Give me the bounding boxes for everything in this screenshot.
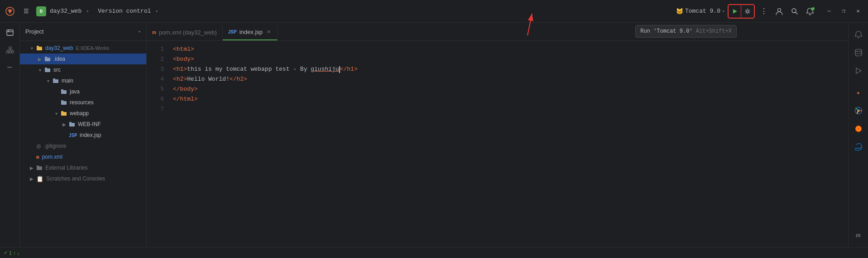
m-icon[interactable]: m [850,227,867,243]
tree-item-webinf[interactable]: ▶ WEB-INF [20,119,146,130]
window-controls: ─ ❐ ✕ [823,5,864,18]
svg-rect-13 [12,51,14,53]
panel-header: Project ▾ [20,23,146,41]
tomcat-config[interactable]: 🐱 Tomcat 9.0 ▾ [676,8,725,15]
tree-arrow-icon: ▾ [28,46,35,51]
tree-label: .idea [53,56,65,62]
tree-label: webapp [70,110,89,117]
code-line-2: <body> [173,54,848,64]
tree-item-external-libs[interactable]: ▶ External Libraries [20,162,146,173]
tab-indexjsp[interactable]: JSP index.jsp ✕ [223,24,278,40]
profile-button[interactable] [773,5,786,18]
notifications-button[interactable] [804,5,816,18]
hamburger-button[interactable]: ☰ [20,5,33,18]
title-bar-left: ☰ D day32_web ▾ Version control ▾ [4,5,676,18]
svg-rect-32 [61,111,63,112]
run-settings-button[interactable] [741,5,754,18]
tomcat-config-icon: 🐱 [676,8,683,15]
svg-point-37 [855,49,862,52]
svg-rect-10 [9,47,11,49]
close-button[interactable]: ✕ [852,5,864,18]
tree-item-gitignore[interactable]: ⊘ .gitignore [20,141,146,151]
jetbrains-icon[interactable]: ✦ [850,84,867,101]
run-button[interactable] [729,5,741,18]
tree-item-resources[interactable]: resources [20,97,146,108]
tree-path: E:\IDEA-Works [76,45,109,51]
project-panel: Project ▾ ▾ day32_web E:\IDEA-Works ▶ .i… [20,23,147,247]
right-sidebar: ✦ [848,23,868,247]
sidebar-item-structure[interactable] [2,42,18,58]
project-chevron-icon[interactable]: ▾ [86,9,89,14]
panel-title: Project [25,28,138,35]
sidebar-item-project[interactable] [2,24,18,41]
svg-rect-9 [7,30,13,35]
vc-status[interactable]: ✓ 1 ↑ ↓ [4,250,19,256]
left-sidebar: ⋯ [0,23,20,247]
app-logo [4,5,16,18]
project-badge: D [36,6,46,16]
maximize-button[interactable]: ❐ [837,5,850,18]
tree-item-pomxml[interactable]: m pom.xml [20,151,146,162]
code-content[interactable]: <html> <body> <h1>this is my tomcat weba… [169,41,848,247]
svg-rect-25 [53,79,58,83]
svg-point-43 [858,128,859,130]
tab-close-button[interactable]: ✕ [265,29,272,35]
sidebar-item-more[interactable]: ⋯ [2,59,18,75]
tree-item-day32web[interactable]: ▾ day32_web E:\IDEA-Works [20,43,146,54]
svg-point-5 [792,9,796,13]
svg-rect-35 [37,166,42,170]
edge-icon[interactable] [850,139,867,155]
svg-rect-34 [69,122,72,123]
tomcat-config-name: Tomcat 9.0 [685,8,720,15]
right-sidebar-database[interactable] [850,44,867,61]
tab-pomxml[interactable]: m pom.xml (day32_web) [147,24,223,40]
tree-label: WEB-INF [78,121,101,127]
panel-title-chevron-icon[interactable]: ▾ [138,29,141,34]
svg-rect-26 [53,78,55,80]
svg-line-6 [796,12,798,15]
tree-label: day32_web [45,45,73,51]
svg-rect-12 [9,51,11,53]
tab-label: index.jsp [240,29,263,35]
svg-marker-2 [733,9,737,14]
firefox-icon[interactable] [850,121,867,137]
right-sidebar-run[interactable] [850,63,867,79]
tree-item-main[interactable]: ▾ main [20,75,146,86]
tree-item-src[interactable]: ▾ src [20,64,146,75]
vc-up-icon: ↑ [13,250,16,256]
tree-arrow-icon: ▾ [36,68,43,73]
svg-rect-23 [45,68,50,72]
svg-point-3 [747,10,749,12]
vc-chevron-icon[interactable]: ▾ [155,9,158,14]
svg-rect-36 [37,166,39,167]
tree-label: .gitignore [44,143,66,149]
tree-label: index.jsp [80,132,101,138]
svg-rect-19 [37,47,42,50]
code-line-7 [173,104,848,114]
tree-arrow-icon: ▾ [44,78,52,83]
code-line-3: <h1>this is my tomcat webapp test - By g… [173,64,848,74]
svg-rect-22 [45,57,47,58]
svg-rect-28 [61,89,63,91]
svg-rect-11 [6,51,9,53]
search-button[interactable] [788,5,801,18]
tree-label: pom.xml [42,154,62,160]
run-settings-group [728,4,755,19]
tree-item-indexjsp[interactable]: JSP index.jsp [20,130,146,141]
chrome-icon[interactable] [850,102,867,119]
tree-label: resources [70,99,94,106]
tree-item-scratches[interactable]: ▶ 📋 Scratches and Consoles [20,173,146,184]
right-sidebar-notifications[interactable] [850,26,867,43]
code-line-1: <html> [173,44,848,54]
tree-item-java[interactable]: java [20,86,146,97]
more-actions-button[interactable]: ⋮ [758,5,770,18]
main-area: ⋯ Project ▾ ▾ day32_web E:\IDEA-Works ▶ … [0,23,868,247]
version-control-label: Version control [98,8,151,15]
title-bar-right: 🐱 Tomcat 9.0 ▾ ⋮ [676,4,864,19]
minimize-button[interactable]: ─ [823,5,835,18]
tab-bar: m pom.xml (day32_web) JSP index.jsp ✕ [147,23,848,41]
tree-arrow-icon: ▶ [28,176,35,181]
tree-item-webapp[interactable]: ▾ webapp [20,108,146,119]
tree-item-idea[interactable]: ▶ .idea [20,54,146,64]
tree-label: src [53,67,61,73]
